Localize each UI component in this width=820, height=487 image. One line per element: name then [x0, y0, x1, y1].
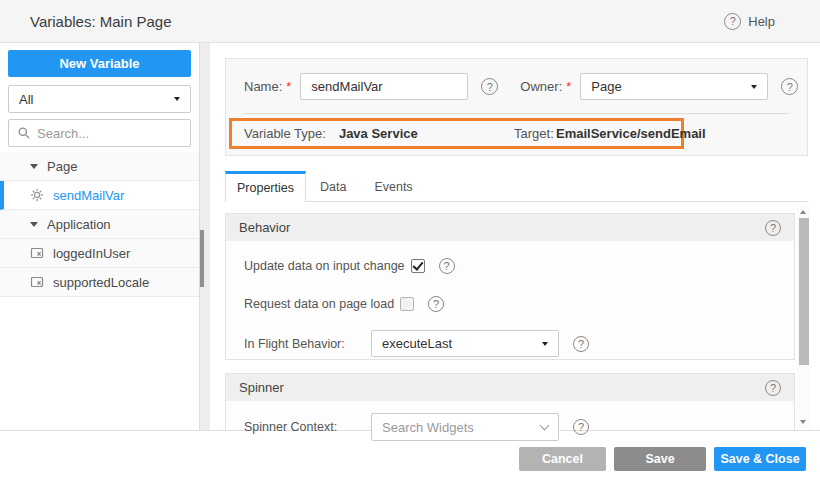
behavior-section: Behavior ? Update data on input change ?…: [225, 213, 795, 360]
tab-data[interactable]: Data: [306, 172, 360, 201]
owner-label: Owner:: [520, 79, 562, 94]
inflight-behavior-value: executeLast: [382, 336, 452, 351]
spinner-context-placeholder: Search Widgets: [382, 420, 474, 435]
panel-divider: [244, 113, 789, 114]
update-data-help-icon[interactable]: ?: [439, 258, 455, 274]
scroll-up-icon[interactable]: [800, 210, 806, 214]
request-data-label: Request data on page load: [244, 297, 394, 311]
request-data-help-icon[interactable]: ?: [428, 296, 444, 312]
search-icon: [17, 126, 31, 140]
request-data-checkbox[interactable]: [400, 297, 414, 311]
caret-down-icon: [751, 85, 757, 89]
collapse-triangle-icon: [30, 164, 38, 169]
tab-label: Data: [320, 180, 346, 194]
owner-value: Page: [591, 79, 621, 94]
spinner-context-help-icon[interactable]: ?: [573, 419, 589, 435]
tree-item-supportedlocale[interactable]: supportedLocale: [0, 268, 199, 297]
help-label: Help: [748, 14, 775, 29]
tree-group-label: Application: [47, 217, 111, 232]
target-value: EmailService/sendEmail: [556, 126, 706, 141]
new-variable-button[interactable]: New Variable: [8, 50, 191, 77]
tab-properties[interactable]: Properties: [225, 171, 306, 202]
tree-item-label: loggedInUser: [53, 246, 130, 261]
tab-events[interactable]: Events: [360, 172, 426, 201]
owner-dropdown[interactable]: Page: [580, 73, 768, 100]
caret-down-icon: [542, 342, 548, 346]
page-title: Variables: Main Page: [30, 13, 171, 30]
spinner-section-title: Spinner: [239, 380, 284, 395]
variable-filter-value: All: [19, 92, 33, 107]
update-data-label: Update data on input change: [244, 259, 405, 273]
save-and-close-button[interactable]: Save & Close: [714, 447, 806, 471]
tree-group-application[interactable]: Application: [0, 210, 199, 239]
spinner-context-label: Spinner Context:: [244, 420, 371, 434]
collapse-triangle-icon: [30, 222, 38, 227]
scroll-down-icon[interactable]: [800, 420, 806, 424]
caret-down-icon: [174, 97, 180, 101]
variable-filter-dropdown[interactable]: All: [8, 85, 191, 113]
tab-label: Properties: [237, 181, 294, 195]
variables-sidebar: New Variable All Page: [0, 43, 200, 430]
sidebar-scrollbar-track[interactable]: [200, 43, 210, 430]
properties-scrollbar-thumb[interactable]: [799, 218, 809, 365]
tree-item-sendmailvar[interactable]: sendMailVar: [0, 181, 199, 210]
required-marker: *: [566, 79, 571, 94]
new-variable-label: New Variable: [59, 56, 139, 71]
name-field[interactable]: [300, 73, 468, 100]
name-help-icon[interactable]: ?: [481, 78, 498, 95]
update-data-checkbox[interactable]: [411, 259, 425, 273]
dialog-header: Variables: Main Page ? Help: [0, 0, 820, 43]
owner-help-icon[interactable]: ?: [781, 78, 798, 95]
tree-item-loggedinuser[interactable]: loggedInUser: [0, 239, 199, 268]
tree-group-label: Page: [47, 159, 77, 174]
required-marker: *: [286, 79, 291, 94]
variables-dialog: Variables: Main Page ? Help New Variable…: [0, 0, 820, 487]
editor-tabs: Properties Data Events: [225, 172, 808, 202]
variable-editor-panel: Name: * ? Owner: * Page ?: [210, 43, 820, 430]
search-box: [8, 119, 191, 147]
tree-group-page[interactable]: Page: [0, 152, 199, 181]
service-variable-icon: [30, 188, 44, 202]
sidebar-scrollbar-thumb[interactable]: [200, 230, 204, 287]
help-link[interactable]: ? Help: [724, 13, 775, 30]
properties-scrollbar-track[interactable]: [797, 205, 810, 429]
behavior-section-title: Behavior: [239, 220, 290, 235]
variable-type-highlight: Variable Type: Java Service Target: Emai…: [229, 118, 684, 149]
inflight-behavior-label: In Flight Behavior:: [244, 337, 371, 351]
save-button[interactable]: Save: [614, 447, 706, 471]
chevron-down-icon: [540, 420, 550, 430]
spinner-section: Spinner ? Spinner Context: Search Widget…: [225, 373, 795, 430]
name-label: Name:: [244, 79, 282, 94]
inflight-help-icon[interactable]: ?: [573, 336, 589, 352]
help-icon: ?: [724, 13, 741, 30]
tab-label: Events: [374, 180, 412, 194]
inflight-behavior-dropdown[interactable]: executeLast: [371, 330, 559, 357]
tree-item-label: sendMailVar: [53, 188, 124, 203]
variable-type-value: Java Service: [339, 126, 418, 141]
target-label: Target:: [514, 126, 554, 141]
search-input[interactable]: [37, 126, 187, 141]
variable-type-label: Variable Type:: [244, 126, 326, 141]
variable-summary-panel: Name: * ? Owner: * Page ?: [225, 58, 808, 156]
spinner-context-dropdown[interactable]: Search Widgets: [371, 413, 559, 441]
static-variable-icon: [30, 275, 44, 289]
tree-item-label: supportedLocale: [53, 275, 149, 290]
variables-tree: Page sendMa: [0, 152, 199, 297]
cancel-button[interactable]: Cancel: [519, 447, 606, 471]
spinner-help-icon[interactable]: ?: [765, 380, 781, 396]
static-variable-icon: [30, 246, 44, 260]
behavior-help-icon[interactable]: ?: [765, 220, 781, 236]
